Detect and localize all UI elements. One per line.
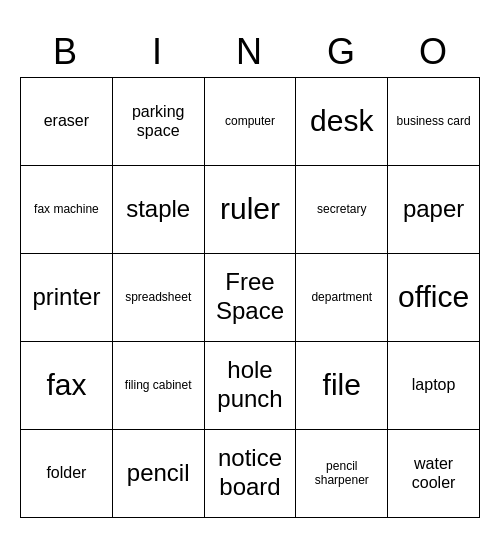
cell-text-2: computer	[225, 114, 275, 128]
bingo-cell-7[interactable]: ruler	[205, 166, 297, 254]
bingo-cell-14[interactable]: office	[388, 254, 480, 342]
cell-text-12: Free Space	[209, 268, 292, 326]
cell-text-4: business card	[397, 114, 471, 128]
cell-text-10: printer	[32, 283, 100, 312]
header-n: N	[204, 27, 296, 77]
bingo-cell-13[interactable]: department	[296, 254, 388, 342]
bingo-cell-8[interactable]: secretary	[296, 166, 388, 254]
cell-text-7: ruler	[220, 191, 280, 227]
bingo-cell-3[interactable]: desk	[296, 78, 388, 166]
header-b: B	[20, 27, 112, 77]
cell-text-22: notice board	[209, 444, 292, 502]
header-o: O	[388, 27, 480, 77]
cell-text-13: department	[311, 290, 372, 304]
bingo-cell-12[interactable]: Free Space	[205, 254, 297, 342]
bingo-grid: eraserparking spacecomputerdeskbusiness …	[20, 77, 480, 518]
bingo-cell-4[interactable]: business card	[388, 78, 480, 166]
cell-text-11: spreadsheet	[125, 290, 191, 304]
bingo-cell-23[interactable]: pencil sharpener	[296, 430, 388, 518]
bingo-cell-19[interactable]: laptop	[388, 342, 480, 430]
cell-text-6: staple	[126, 195, 190, 224]
bingo-cell-10[interactable]: printer	[21, 254, 113, 342]
cell-text-16: filing cabinet	[125, 378, 192, 392]
bingo-cell-11[interactable]: spreadsheet	[113, 254, 205, 342]
cell-text-24: water cooler	[392, 454, 475, 492]
cell-text-20: folder	[46, 463, 86, 482]
bingo-cell-24[interactable]: water cooler	[388, 430, 480, 518]
bingo-header: B I N G O	[20, 27, 480, 77]
cell-text-1: parking space	[117, 102, 200, 140]
cell-text-17: hole punch	[209, 356, 292, 414]
bingo-cell-5[interactable]: fax machine	[21, 166, 113, 254]
cell-text-3: desk	[310, 103, 373, 139]
bingo-card: B I N G O eraserparking spacecomputerdes…	[20, 27, 480, 518]
bingo-cell-20[interactable]: folder	[21, 430, 113, 518]
bingo-cell-15[interactable]: fax	[21, 342, 113, 430]
cell-text-15: fax	[46, 367, 86, 403]
cell-text-0: eraser	[44, 111, 89, 130]
bingo-cell-9[interactable]: paper	[388, 166, 480, 254]
bingo-cell-16[interactable]: filing cabinet	[113, 342, 205, 430]
cell-text-19: laptop	[412, 375, 456, 394]
cell-text-23: pencil sharpener	[300, 459, 383, 488]
bingo-cell-17[interactable]: hole punch	[205, 342, 297, 430]
bingo-cell-22[interactable]: notice board	[205, 430, 297, 518]
header-i: I	[112, 27, 204, 77]
bingo-cell-1[interactable]: parking space	[113, 78, 205, 166]
cell-text-18: file	[323, 367, 361, 403]
cell-text-9: paper	[403, 195, 464, 224]
cell-text-21: pencil	[127, 459, 190, 488]
cell-text-5: fax machine	[34, 202, 99, 216]
cell-text-14: office	[398, 279, 469, 315]
bingo-cell-0[interactable]: eraser	[21, 78, 113, 166]
bingo-cell-6[interactable]: staple	[113, 166, 205, 254]
header-g: G	[296, 27, 388, 77]
bingo-cell-18[interactable]: file	[296, 342, 388, 430]
cell-text-8: secretary	[317, 202, 366, 216]
bingo-cell-2[interactable]: computer	[205, 78, 297, 166]
bingo-cell-21[interactable]: pencil	[113, 430, 205, 518]
